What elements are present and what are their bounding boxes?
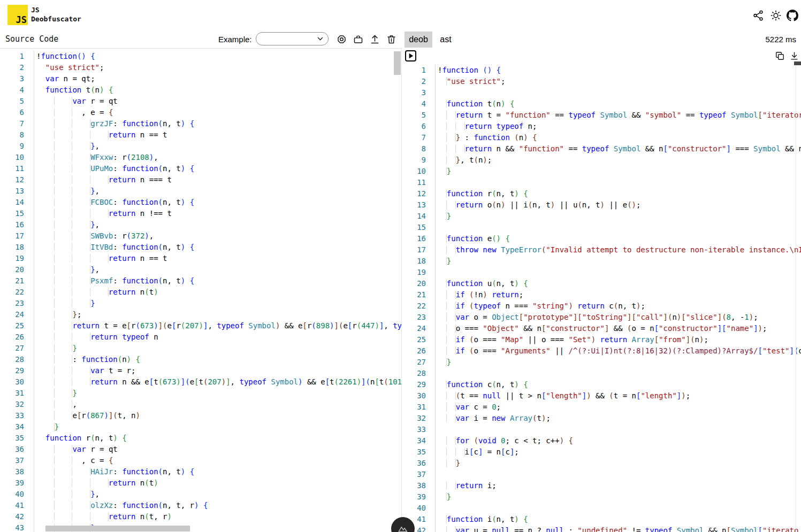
line-number: 31 [0,388,24,399]
line-number: 40 [0,489,24,500]
code-line: 16 function e() { [412,233,801,244]
left-editor-vertical-scrollbar[interactable] [394,51,401,75]
example-label: Example: [218,35,252,44]
settings-button[interactable] [335,33,348,45]
theme-sun-icon [770,10,782,21]
code-line: 19 [412,267,801,278]
code-line: 39 return n(t) [0,477,401,489]
code-line: 33 e[r(867)](t, n) [0,410,401,421]
output-code-editor[interactable]: 1!function () {2 "use strict";34 functio… [412,63,801,532]
line-number: 29 [412,379,426,390]
line-number: 9 [0,141,24,152]
left-editor-horizontal-scrollbar[interactable] [45,526,190,531]
output-code-lines: 1!function () {2 "use strict";34 functio… [412,65,801,532]
code-line: 7 } : function (n) { [412,132,801,143]
line-number: 16 [0,219,24,230]
code-line: 3 [412,87,801,98]
line-number: 42 [0,511,24,522]
line-number: 3 [412,87,426,98]
upload-button[interactable] [368,33,381,45]
line-number: 13 [0,186,24,197]
line-number: 41 [412,514,426,525]
line-number: 21 [412,289,426,300]
line-number: 4 [412,98,426,110]
code-line: 23 var o = Object["prototype"]["toString… [412,312,801,323]
code-line: 22 if (typeof n === "string") return c(n… [412,300,801,312]
code-line: 28 : function(n) { [0,354,401,365]
copy-button[interactable] [775,50,785,61]
example-select[interactable] [256,32,329,45]
code-line: 25 return t = e[r(673)](e[r(207)], typeo… [0,320,401,331]
line-number: 2 [412,76,426,87]
run-time-badge: 5222 ms [765,32,796,47]
code-line: 14 FCBOC: function(n, t) { [0,197,401,208]
code-line: 33 [412,424,801,435]
code-line: 26 if (o === "Arguments" || /^(?:Ui|I)nt… [412,345,801,357]
code-line: 7 grzJF: function(n, t) { [0,118,401,129]
source-code-editor[interactable]: 1!function() {2 "use strict";3 var n = q… [0,49,401,532]
code-line: 29 function c(n, t) { [412,379,801,390]
theme-toggle-button[interactable] [770,10,782,21]
code-line: 39 } [412,491,801,503]
line-number: 22 [0,287,24,298]
code-line: 15 [412,222,801,233]
line-number: 18 [0,242,24,253]
code-line: 16 }, [0,219,401,230]
line-number: 6 [0,107,24,118]
code-line: 2 "use strict"; [0,62,401,73]
code-line: 30 (t == null || t > n["length"]) && (t … [412,390,801,402]
paste-button[interactable] [352,33,364,45]
code-line: 1!function () { [412,65,801,76]
tab-deob[interactable]: deob [405,32,432,48]
code-line: 36 } [412,458,801,469]
share-button[interactable] [752,10,764,21]
line-number: 39 [0,477,24,489]
code-line: 25 if (o === "Map" || o === "Set") retur… [412,334,801,345]
line-number: 12 [412,188,426,199]
code-line: 21 if (!n) return; [412,289,801,300]
line-number: 35 [412,446,426,458]
trash-button[interactable] [385,33,398,45]
line-number: 27 [0,343,24,354]
app-header: JS JS Deobfuscator [0,0,801,29]
code-line: 20 }, [0,264,401,275]
pane-divider [401,48,402,532]
line-number: 25 [412,334,426,345]
code-line: 6 return typeof n; [412,121,801,132]
line-number: 25 [0,320,24,331]
code-line: 10 } [412,166,801,177]
trash-icon [386,34,397,45]
line-number: 43 [0,522,24,532]
page-title-line2: Deobfuscator [31,14,81,24]
line-number: 23 [412,312,426,323]
run-button[interactable] [405,50,416,61]
download-button[interactable] [789,50,800,61]
line-number: 19 [412,267,426,278]
line-number: 27 [412,357,426,368]
right-editor-vertical-scrollbar[interactable] [794,61,801,65]
code-line: 4 function t(n) { [412,98,801,110]
line-number: 36 [0,444,24,455]
line-number: 7 [0,118,24,129]
line-number: 15 [412,222,426,233]
code-line: 31 } [0,388,401,399]
line-number: 13 [412,199,426,211]
line-number: 14 [412,211,426,222]
tab-ast[interactable]: ast [433,32,458,48]
code-line: 28 [412,368,801,379]
indent-guide [435,65,436,532]
code-line: 34 } [0,421,401,433]
line-number: 37 [0,455,24,466]
code-line: 40 }, [0,489,401,500]
line-number: 3 [0,73,24,84]
line-number: 26 [0,331,24,343]
code-line: 37 , c = { [0,455,401,466]
line-number: 31 [412,402,426,413]
line-number: 24 [412,323,426,334]
code-line: 17 throw new TypeError("Invalid attempt … [412,244,801,256]
github-button[interactable] [787,10,798,21]
code-line: 35 i[c] = n[c]; [412,446,801,458]
line-number: 28 [412,368,426,379]
code-line: 20 function u(n, t) { [412,278,801,289]
upload-icon [369,34,380,45]
